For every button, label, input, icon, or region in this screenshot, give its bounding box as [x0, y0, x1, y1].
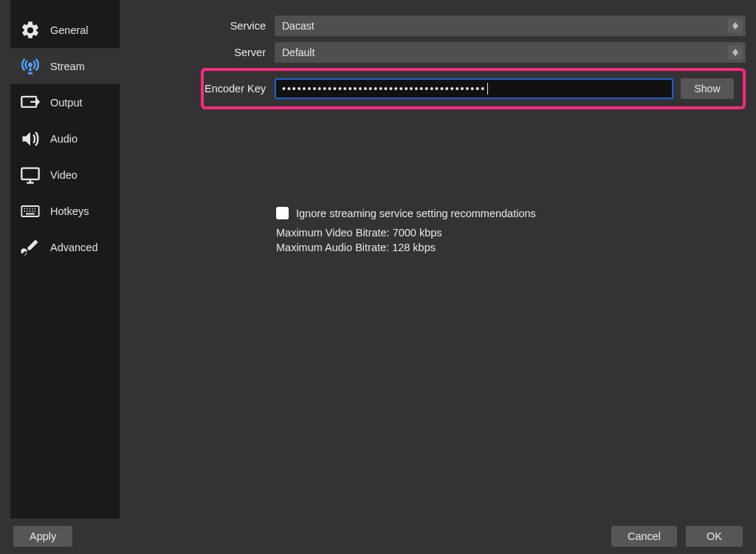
speaker-icon	[18, 126, 43, 151]
checkbox-icon	[276, 207, 289, 219]
encoder-key-label: Encoder Key	[204, 83, 275, 95]
sidebar-item-label: Stream	[50, 61, 85, 72]
server-select[interactable]: Default	[275, 42, 746, 63]
gear-icon	[18, 18, 43, 43]
service-select[interactable]: Dacast	[275, 16, 746, 36]
antenna-icon	[18, 54, 43, 79]
sidebar-item-general[interactable]: General	[10, 12, 120, 48]
output-icon	[18, 90, 43, 115]
cancel-button[interactable]: Cancel	[611, 526, 677, 547]
server-value: Default	[282, 47, 315, 58]
encoder-key-input[interactable]: ••••••••••••••••••••••••••••••••••••••••	[275, 78, 673, 99]
sidebar-item-audio[interactable]: Audio	[10, 120, 120, 157]
ignore-recommendations-label: Ignore streaming service setting recomme…	[296, 208, 536, 219]
server-label: Server	[120, 47, 275, 58]
svg-rect-2	[21, 168, 38, 179]
updown-icon	[728, 45, 743, 60]
settings-sidebar: General Stream Output	[10, 0, 120, 519]
encoder-key-highlight: Encoder Key ••••••••••••••••••••••••••••…	[201, 68, 746, 109]
recommendations-area: Ignore streaming service setting recomme…	[276, 207, 746, 255]
sidebar-item-stream[interactable]: Stream	[10, 48, 120, 84]
sidebar-item-advanced[interactable]: Advanced	[10, 229, 120, 265]
sidebar-item-label: Audio	[50, 133, 78, 145]
monitor-icon	[18, 163, 43, 188]
sidebar-item-label: Advanced	[50, 242, 98, 253]
sidebar-item-output[interactable]: Output	[10, 84, 120, 120]
updown-icon	[728, 18, 743, 33]
sidebar-item-hotkeys[interactable]: Hotkeys	[10, 193, 120, 229]
service-value: Dacast	[282, 20, 315, 32]
text-caret	[487, 83, 488, 95]
max-video-bitrate: Maximum Video Bitrate: 7000 kbps	[276, 225, 746, 240]
max-audio-bitrate: Maximum Audio Bitrate: 128 kbps	[276, 240, 746, 255]
tools-icon	[18, 235, 43, 260]
sidebar-item-video[interactable]: Video	[10, 157, 120, 193]
sidebar-item-label: Hotkeys	[50, 205, 89, 217]
show-button[interactable]: Show	[681, 78, 734, 99]
dialog-footer: Apply Cancel OK	[0, 519, 756, 554]
service-label: Service	[120, 20, 275, 32]
ignore-recommendations-checkbox[interactable]: Ignore streaming service setting recomme…	[276, 207, 746, 219]
sidebar-item-label: Video	[50, 169, 78, 181]
sidebar-item-label: Output	[50, 97, 83, 109]
sidebar-item-label: General	[50, 24, 89, 36]
ok-button[interactable]: OK	[686, 526, 743, 547]
apply-button[interactable]: Apply	[13, 526, 72, 547]
stream-settings-panel: Service Dacast Server Default Encoder Ke…	[120, 0, 756, 255]
keyboard-icon	[18, 199, 43, 224]
encoder-key-value: ••••••••••••••••••••••••••••••••••••••••	[282, 83, 486, 95]
